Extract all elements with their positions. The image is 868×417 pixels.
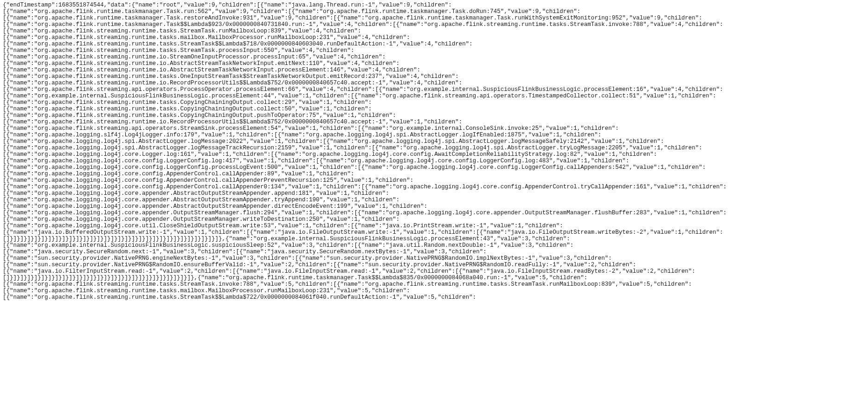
line: [{"name":"sun.security.provider.NativePR… — [3, 255, 612, 262]
line: [{"name":"org.apache.flink.streaming.run… — [3, 106, 372, 112]
line: []}]}]}]}]}]}]}]}]}]}]}]}]}]}]}]}]}]}]}]… — [3, 236, 570, 242]
line: [{"name":"org.apache.logging.log4j.core.… — [3, 151, 657, 158]
line: [{"name":"org.apache.logging.log4j.core.… — [3, 164, 706, 171]
line: [{"name":"org.apache.flink.streaming.run… — [3, 41, 473, 47]
line: [{"name":"org.apache.flink.streaming.run… — [3, 288, 410, 294]
line: [{"name":"java.io.FilterInputStream.read… — [3, 268, 695, 275]
line: [{"name":"org.apache.logging.log4j.core.… — [3, 177, 413, 184]
line: [{"name":"java.io.BufferedOutputStream.w… — [3, 229, 723, 236]
line: [{"name":"org.apache.flink.streaming.run… — [3, 54, 386, 60]
line: [{"name":"org.apache.logging.log4j.core.… — [3, 203, 427, 210]
line: [{"name":"org.example.internal.Suspiciou… — [3, 93, 716, 99]
line: [{"name":"org.apache.logging.log4j.core.… — [3, 184, 727, 190]
line: [{"name":"java.security.SecureRandom.nex… — [3, 249, 487, 255]
line: [{"name":"org.apache.flink.runtime.taskm… — [3, 8, 580, 15]
line: [{"name":"org.apache.flink.streaming.run… — [3, 34, 410, 41]
line: [{"name":"org.apache.logging.log4j.core.… — [3, 190, 389, 197]
json-dump: {"endTimestamp":1683551874544,"data":{"n… — [0, 0, 868, 302]
line: [{"name":"org.apache.flink.streaming.run… — [3, 47, 354, 54]
line: [{"name":"org.example.internal.Suspiciou… — [3, 242, 573, 249]
line: [{"name":"org.apache.flink.streaming.api… — [3, 125, 619, 132]
line: [{"name":"org.apache.logging.log4j.core.… — [3, 171, 354, 177]
line: [{"name":"org.apache.flink.streaming.run… — [3, 80, 462, 86]
line: [{"name":"org.apache.logging.log4j.core.… — [3, 210, 727, 216]
line: [{"name":"org.apache.flink.streaming.run… — [3, 67, 420, 73]
line: [{"name":"org.apache.logging.log4j.core.… — [3, 223, 563, 229]
line: [{"name":"org.apache.logging.log4j.core.… — [3, 158, 629, 164]
line: [{"name":"org.apache.logging.log4j.spi.A… — [3, 138, 664, 145]
line: [{"name":"org.apache.flink.runtime.taskm… — [3, 15, 702, 21]
line: {"endTimestamp":1683551874544,"data":{"n… — [3, 2, 452, 8]
line: [{"name":"org.apache.logging.log4j.core.… — [3, 197, 399, 203]
line: [{"name":"org.apache.flink.streaming.run… — [3, 28, 361, 34]
line: [{"name":"org.apache.flink.streaming.run… — [3, 73, 459, 80]
line: [{"name":"org.apache.flink.streaming.run… — [3, 119, 462, 125]
line: [{"name":"org.apache.flink.streaming.run… — [3, 60, 399, 67]
line: [{"name":"org.apache.flink.streaming.run… — [3, 112, 396, 119]
line: [{"name":"org.apache.logging.log4j.spi.A… — [3, 145, 702, 151]
line: [{"name":"org.apache.flink.runtime.taskm… — [3, 21, 723, 28]
line: [{"name":"org.apache.flink.streaming.run… — [3, 99, 372, 106]
line: [{"name":"org.apache.logging.log4j.core.… — [3, 216, 399, 223]
line: [{"name":"org.apache.flink.streaming.run… — [3, 294, 476, 301]
line: []}]}]}]}]}]}]}]}]}]}]}]}]}]}]}]}]}]}]}]… — [3, 275, 587, 281]
line: [{"name":"org.apache.flink.streaming.run… — [3, 281, 692, 288]
line: [{"name":"org.apache.flink.streaming.api… — [3, 86, 723, 93]
line: [{"name":"org.apache.logging.slf4j.Log4j… — [3, 132, 601, 138]
line: [{"name":"sun.security.provider.NativePR… — [3, 262, 636, 268]
